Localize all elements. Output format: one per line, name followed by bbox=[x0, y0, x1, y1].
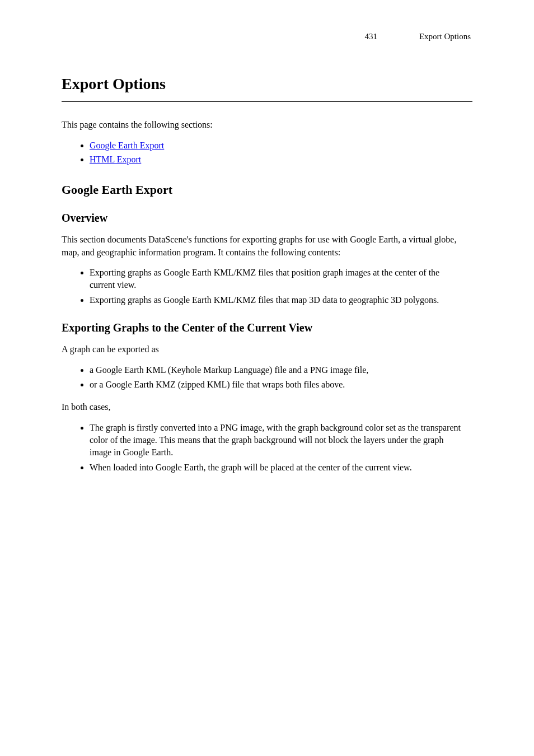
page-number: 431 bbox=[365, 31, 378, 43]
list-item: Google Earth Export bbox=[90, 139, 472, 152]
center-bullets-2: The graph is firstly converted into a PN… bbox=[90, 422, 472, 474]
center-intro-paragraph: A graph can be exported as bbox=[62, 343, 472, 356]
subsection-heading-center-view: Exporting Graphs to the Center of the Cu… bbox=[62, 320, 472, 335]
page-header-title: Export Options bbox=[419, 31, 471, 43]
link-google-earth-export[interactable]: Google Earth Export bbox=[90, 141, 164, 150]
list-item: a Google Earth KML (Keyhole Markup Langu… bbox=[90, 364, 472, 376]
list-item: Exporting graphs as Google Earth KML/KMZ… bbox=[90, 267, 472, 292]
list-item: or a Google Earth KMZ (zipped KML) file … bbox=[90, 379, 472, 391]
toc-link-list: Google Earth Export HTML Export bbox=[90, 139, 472, 166]
section-heading-google-earth: Google Earth Export bbox=[62, 181, 472, 199]
subsection-heading-overview: Overview bbox=[62, 210, 472, 226]
list-item: The graph is firstly converted into a PN… bbox=[90, 422, 472, 459]
overview-bullets: Exporting graphs as Google Earth KML/KMZ… bbox=[90, 267, 472, 306]
intro-paragraph: This page contains the following section… bbox=[62, 119, 472, 131]
chapter-title: Export Options bbox=[62, 73, 472, 95]
list-item: When loaded into Google Earth, the graph… bbox=[90, 461, 472, 474]
list-item: Exporting graphs as Google Earth KML/KMZ… bbox=[90, 294, 472, 306]
center-bullets-1: a Google Earth KML (Keyhole Markup Langu… bbox=[90, 364, 472, 391]
divider bbox=[62, 101, 472, 102]
overview-paragraph: This section documents DataScene's funct… bbox=[62, 234, 472, 259]
link-html-export[interactable]: HTML Export bbox=[90, 155, 141, 164]
center-after-paragraph: In both cases, bbox=[62, 401, 472, 413]
list-item: HTML Export bbox=[90, 153, 472, 166]
